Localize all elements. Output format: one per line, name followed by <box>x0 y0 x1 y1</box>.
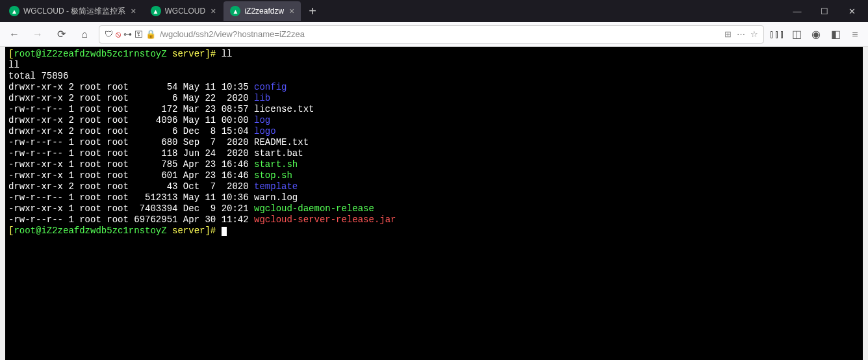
shield-icon: 🛡 <box>105 29 113 39</box>
cloud-icon: ▲ <box>9 6 19 16</box>
tracking-block-icon: ⦸ <box>116 29 121 40</box>
address-field[interactable]: 🛡 ⦸ ⊶ ⚿ 🔒 /wgcloud/ssh2/view?hostname=iZ… <box>99 25 764 44</box>
sidebar-icon[interactable]: ◫ <box>789 28 804 40</box>
cloud-icon: ▲ <box>151 6 161 16</box>
browser-tab-1[interactable]: ▲ WGCLOUD × <box>144 1 223 21</box>
more-icon[interactable]: ⋯ <box>737 29 745 39</box>
tab-title: iZ2zeafdzw <box>244 6 284 16</box>
window-minimize-icon[interactable]: — <box>784 6 811 16</box>
tab-title: WGCLOUD - 极简运维监控系 <box>23 6 125 17</box>
qr-icon[interactable]: ⊞ <box>724 29 732 39</box>
lock-icon: 🔒 <box>146 29 156 39</box>
pocket-icon[interactable]: ◧ <box>828 28 843 40</box>
library-icon[interactable]: ⫿⫿⫿ <box>769 29 785 40</box>
terminal[interactable]: [root@iZ2zeafdzwdb5zc1rnstoyZ server]# l… <box>5 47 863 360</box>
browser-tab-0[interactable]: ▲ WGCLOUD - 极简运维监控系 × <box>3 1 143 21</box>
window-close-icon[interactable]: ✕ <box>838 6 865 16</box>
cloud-icon: ▲ <box>230 6 240 16</box>
url-bar: ← → ⟳ ⌂ 🛡 ⦸ ⊶ ⚿ 🔒 /wgcloud/ssh2/view?hos… <box>0 22 868 47</box>
close-icon[interactable]: × <box>131 6 136 16</box>
browser-tab-2[interactable]: ▲ iZ2zeafdzw × <box>223 1 301 21</box>
close-icon[interactable]: × <box>211 6 216 16</box>
new-tab-button[interactable]: + <box>302 4 323 19</box>
window-maximize-icon[interactable]: ☐ <box>811 6 838 16</box>
forward-button[interactable]: → <box>29 25 47 44</box>
bookmark-star-icon[interactable]: ☆ <box>750 29 758 39</box>
menu-icon[interactable]: ≡ <box>847 29 863 40</box>
permissions-icon: ⊶ <box>123 29 132 39</box>
tab-bar: ▲ WGCLOUD - 极简运维监控系 × ▲ WGCLOUD × ▲ iZ2z… <box>0 0 868 22</box>
back-button[interactable]: ← <box>5 25 23 44</box>
reload-button[interactable]: ⟳ <box>52 25 70 44</box>
home-button[interactable]: ⌂ <box>75 25 94 44</box>
url-text: /wgcloud/ssh2/view?hostname=iZ2zea <box>160 29 721 39</box>
key-icon: ⚿ <box>134 29 143 39</box>
account-icon[interactable]: ◉ <box>808 28 824 40</box>
close-icon[interactable]: × <box>289 6 294 16</box>
tab-title: WGCLOUD <box>165 6 206 16</box>
